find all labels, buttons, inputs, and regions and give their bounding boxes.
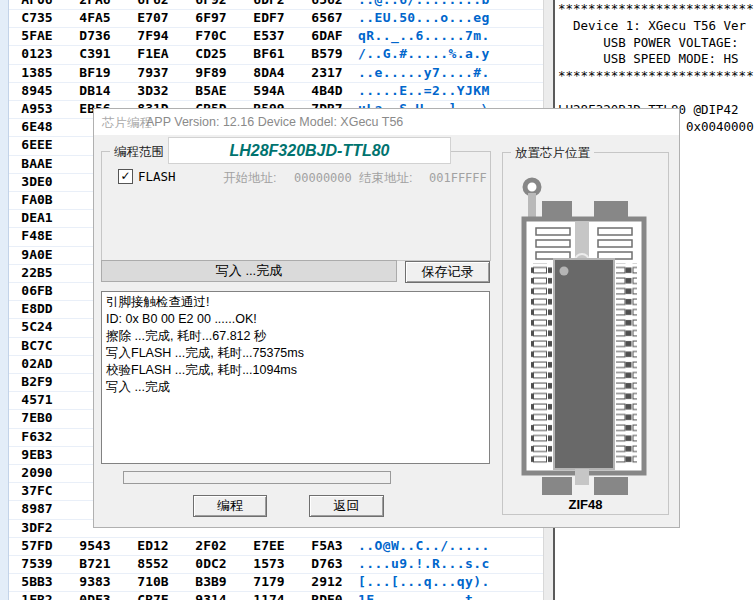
hex-left-edge-strip	[0, 0, 9, 600]
hex-cell: 1174	[240, 592, 298, 600]
hex-cell: 57FD	[8, 538, 66, 553]
hex-cell: E8DD	[8, 301, 66, 316]
hex-row[interactable]: 5BB39383710BB3B971792912[...[...q...qy).	[0, 573, 543, 592]
hex-cell: 7EB0	[8, 410, 66, 425]
hex-cell: 3DE0	[8, 174, 66, 189]
hex-cell: 7539	[8, 556, 66, 571]
hex-cell: 6562	[298, 0, 356, 7]
hex-cell: B5AE	[182, 83, 240, 98]
hex-cell: D763	[298, 556, 356, 571]
hex-cell: 2F02	[182, 538, 240, 553]
hex-cell: 8945	[8, 83, 66, 98]
hex-cell: 7F94	[124, 28, 182, 43]
hex-cell: 2FA6	[66, 0, 124, 7]
hex-cell: 6F62	[124, 0, 182, 7]
hex-cell: 0DC2	[182, 556, 240, 571]
dialog-title: 芯片编程	[102, 115, 152, 132]
back-button[interactable]: 返回	[309, 495, 384, 517]
hex-cell: 6E48	[8, 119, 66, 134]
hex-cell: D736	[66, 28, 124, 43]
start-addr-value: 00000000	[294, 171, 352, 185]
hex-cell: CB7F	[124, 592, 182, 600]
hex-cell: BF19	[66, 65, 124, 80]
end-addr-value: 001FFFFF	[429, 171, 487, 185]
log-line: 引脚接触检查通过!	[106, 294, 485, 311]
hex-row[interactable]: 0123C391F1EACD25BF61B579/..G.#.....%.a.y	[0, 45, 543, 64]
hex-row[interactable]: 8945DB143D32B5AE594A4B4D.....E..=2..YJKM	[0, 82, 543, 101]
hex-cell: F5A3	[298, 538, 356, 553]
dialog-titlebar[interactable]: 芯片编程 APP Version: 12.16 Device Model: XG…	[94, 109, 679, 135]
hex-row[interactable]: C7354FA5E7076F97EDF76567..EU.50...o...eg	[0, 9, 543, 28]
hex-cell: B3B9	[182, 574, 240, 589]
hex-row[interactable]: 1FB20DF3CB7F93141174BDE01F...........t..	[0, 591, 543, 600]
progress-bar: 写入 ...完成	[101, 260, 397, 282]
hex-cell: 594A	[240, 83, 298, 98]
hex-row[interactable]: 7539B72185520DC21573D763....u9.!.R...s.c	[0, 555, 543, 574]
hex-cell: FA0B	[8, 192, 66, 207]
end-addr-label: 结束地址:	[359, 170, 412, 187]
hex-cell: B579	[298, 46, 356, 61]
hex-cell: EDF7	[240, 10, 298, 25]
program-button[interactable]: 编程	[193, 495, 267, 517]
app-screen: AF062FA66F626F926DF26562..@..6/........b…	[0, 0, 755, 600]
zif48-label: ZIF48	[502, 497, 669, 512]
hex-row[interactable]: 5FAED7367F94F70CE5376DAFqR.._..6.....7m.	[0, 27, 543, 46]
ascii-cell: ..@..6/........b	[358, 0, 490, 7]
hex-cell: 37FC	[8, 483, 66, 498]
hex-cell: 9543	[66, 538, 124, 553]
hex-cell: 1385	[8, 65, 66, 80]
hex-cell: 8DA4	[240, 65, 298, 80]
hex-cell: 2912	[298, 574, 356, 589]
hex-cell: 4B4D	[298, 83, 356, 98]
hex-cell: AF06	[8, 0, 66, 7]
hex-cell: C735	[8, 10, 66, 25]
log-line: 写入FLASH ...完成, 耗时...75375ms	[106, 345, 485, 362]
hex-cell: 1FB2	[8, 592, 66, 600]
log-line: 校验FLASH ...完成, 耗时...1094ms	[106, 362, 485, 379]
ascii-cell: [...[...q...qy).	[358, 574, 490, 589]
hex-cell: 02AD	[8, 356, 66, 371]
operation-log[interactable]: 引脚接触检查通过!ID: 0x B0 00 E2 00 ......OK!擦除 …	[101, 291, 490, 464]
hex-cell: 6EEE	[8, 137, 66, 152]
hex-cell: F48E	[8, 228, 66, 243]
hex-cell: 22B5	[8, 265, 66, 280]
hex-cell: E7EE	[240, 538, 298, 553]
log-line: 擦除 ...完成, 耗时...67.812 秒	[106, 328, 485, 345]
hex-cell: 6F92	[182, 0, 240, 7]
ascii-cell: ....u9.!.R...s.c	[358, 556, 490, 571]
hex-cell: BAAE	[8, 156, 66, 171]
hex-cell: 9EB3	[8, 447, 66, 462]
socket-group-label: 放置芯片位置	[511, 145, 594, 162]
hex-cell: DB14	[66, 83, 124, 98]
hex-cell: CD25	[182, 46, 240, 61]
ascii-cell: ..O@W..C../.....	[358, 538, 490, 553]
hex-cell: BF61	[240, 46, 298, 61]
log-line: 写入 ...完成	[106, 379, 485, 396]
hex-cell: B721	[66, 556, 124, 571]
secondary-progress-bar	[123, 471, 391, 484]
hex-cell: 6DAF	[298, 28, 356, 43]
flash-checkbox[interactable]: ✓	[118, 169, 133, 184]
hex-cell: 2317	[298, 65, 356, 80]
hex-row[interactable]: 1385BF1979379F898DA42317..e.....y7....#.	[0, 64, 543, 83]
hex-cell: 6F97	[182, 10, 240, 25]
ascii-cell: qR.._..6.....7m.	[358, 28, 490, 43]
hex-cell: 7179	[240, 574, 298, 589]
hex-cell: 5FAE	[8, 28, 66, 43]
range-groupbox: 编程范围	[101, 151, 491, 261]
hex-cell: 6567	[298, 10, 356, 25]
flash-checkbox-label: FLASH	[138, 169, 176, 184]
hex-cell: C391	[66, 46, 124, 61]
hex-cell: B2F9	[8, 374, 66, 389]
hex-cell: ED12	[124, 538, 182, 553]
ascii-cell: ..EU.50...o...eg	[358, 10, 490, 25]
hex-row[interactable]: 57FD9543ED122F02E7EEF5A3..O@W..C../.....	[0, 537, 543, 556]
save-log-button[interactable]: 保存记录	[405, 261, 490, 283]
hex-cell: F632	[8, 429, 66, 444]
hex-cell: 8552	[124, 556, 182, 571]
dialog-title-info: APP Version: 12.16 Device Model: XGecu T…	[146, 115, 403, 129]
hex-cell: 5C24	[8, 319, 66, 334]
hex-cell: 6DF2	[240, 0, 298, 7]
hex-cell: 4571	[8, 392, 66, 407]
hex-cell: A953	[8, 101, 66, 116]
